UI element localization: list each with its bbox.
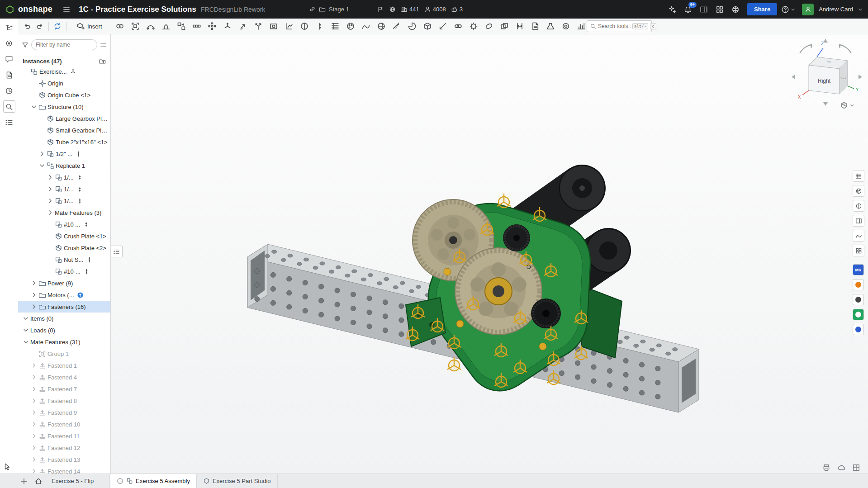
tree-row[interactable]: #10-... — [18, 265, 110, 277]
chevron-down-icon[interactable] — [23, 315, 29, 322]
tree-row[interactable]: Structure (10) — [18, 101, 110, 113]
tree-row[interactable]: Items (0) — [18, 313, 110, 324]
user-avatar[interactable] — [802, 4, 814, 15]
cursor-icon[interactable] — [3, 463, 11, 471]
redo-button[interactable] — [33, 20, 46, 33]
mate-connector-icon[interactable] — [70, 68, 76, 75]
blender-app-button[interactable] — [853, 279, 864, 290]
chevron-right-icon[interactable] — [31, 386, 37, 392]
gear-tool-button[interactable] — [467, 20, 480, 33]
tree-row[interactable]: Fasteners (16) — [18, 301, 110, 313]
tree-row[interactable]: Origin Cube <1> — [18, 89, 110, 101]
home-button[interactable] — [33, 475, 44, 487]
comments-button[interactable] — [3, 53, 15, 65]
mass-properties-tool-button[interactable] — [406, 20, 418, 33]
scene-button[interactable] — [852, 463, 861, 472]
view-options-menu[interactable] — [840, 101, 855, 109]
share-button[interactable]: Share — [747, 3, 777, 15]
chevron-right-icon[interactable] — [31, 398, 37, 404]
config-icon[interactable] — [86, 256, 93, 263]
tab-exercise-5-part-studio[interactable]: Exercise 5 Part Studio — [197, 474, 278, 488]
sheets-app-app-button[interactable] — [853, 309, 864, 320]
chevron-right-icon[interactable] — [31, 421, 37, 427]
linear-pattern-tool-button[interactable] — [190, 20, 203, 33]
stat-thumbs-up[interactable]: 3 — [451, 6, 463, 13]
graphics-viewport[interactable]: Right Top Back Z X Y MK — [111, 34, 868, 474]
list-view-icon[interactable] — [100, 42, 107, 48]
tab-exercise-5-flip[interactable]: Exercise 5 - Flip — [48, 474, 110, 488]
gears-app-app-button[interactable] — [853, 294, 864, 305]
tree-row[interactable]: Group 1 — [18, 348, 110, 360]
search-button[interactable] — [3, 100, 15, 113]
configurations-tool-button[interactable] — [313, 20, 326, 33]
filter-input[interactable] — [31, 39, 97, 50]
appearance-tool-button[interactable] — [344, 20, 357, 33]
tree-row[interactable]: Mate Features (31) — [18, 336, 110, 348]
explode-tool-button[interactable] — [252, 20, 265, 33]
tree-row[interactable]: 1/... — [18, 171, 110, 183]
filter-funnel-icon[interactable] — [22, 42, 28, 48]
chevron-right-icon[interactable] — [31, 433, 37, 439]
tree-row[interactable]: Power (9) — [18, 277, 110, 289]
tree-row[interactable]: Nut S... — [18, 254, 110, 265]
tree-row[interactable]: Crush Plate <2> — [18, 242, 110, 254]
stat-flag[interactable] — [377, 6, 384, 13]
mate-connector-tool-button[interactable] — [221, 20, 234, 33]
tree-row[interactable]: Mate Features (3) — [18, 207, 110, 218]
follow-mode-button[interactable] — [3, 37, 15, 49]
tree-row[interactable]: Fastened 4 — [18, 371, 110, 383]
help-button[interactable] — [781, 5, 796, 14]
structure-panel-toggle[interactable] — [111, 246, 123, 257]
chevron-right-icon[interactable] — [31, 362, 37, 369]
chevron-right-icon[interactable] — [31, 303, 37, 310]
frame-tool-button[interactable] — [421, 20, 434, 33]
tree-row[interactable]: Crush Plate <1> — [18, 230, 110, 242]
chevron-right-icon[interactable] — [47, 209, 53, 216]
weldment-tool-button[interactable] — [436, 20, 449, 33]
chevron-down-icon[interactable] — [31, 104, 37, 110]
stat-building[interactable]: 441 — [401, 6, 419, 13]
tree-row[interactable]: Loads (0) — [18, 324, 110, 336]
sparkle-button[interactable] — [666, 4, 678, 15]
cam-tool-button[interactable] — [483, 20, 495, 33]
chevron-down-icon[interactable] — [23, 327, 29, 333]
chevron-right-icon[interactable] — [47, 186, 53, 192]
cloud-button[interactable] — [837, 463, 846, 472]
chevron-right-icon[interactable] — [47, 198, 53, 204]
sync-button[interactable] — [51, 20, 64, 33]
tree-row[interactable]: Tube 2"x1"x16" <1> — [18, 136, 110, 148]
chevron-right-icon[interactable] — [31, 445, 37, 451]
chevron-right-icon[interactable] — [31, 280, 37, 286]
insert-button[interactable]: Insert — [72, 21, 106, 32]
onshape-logo[interactable]: onshape — [5, 5, 52, 14]
snap-mode-tool-button[interactable] — [160, 20, 172, 33]
analysis-tool-button[interactable] — [575, 20, 588, 33]
tree-row[interactable]: Small Gearbox Pla... — [18, 124, 110, 136]
group-tool-button[interactable] — [129, 20, 142, 33]
chevron-down-icon[interactable] — [857, 6, 863, 13]
stat-globe[interactable] — [389, 6, 396, 13]
tree-row[interactable]: 1/... — [18, 183, 110, 195]
columns-app-app-button[interactable] — [853, 324, 864, 335]
tree-row[interactable]: #10 ... — [18, 218, 110, 230]
material-tool-button[interactable] — [360, 20, 372, 33]
tree-row[interactable]: Motors (... — [18, 289, 110, 301]
structure-tree-button[interactable] — [3, 21, 15, 33]
view-cube[interactable]: Right Top Back Z X Y — [787, 37, 864, 109]
model-canvas[interactable] — [111, 34, 868, 474]
chevron-right-icon[interactable] — [31, 292, 37, 298]
new-tab-button[interactable] — [18, 475, 30, 487]
snapshot-tool-button[interactable] — [267, 20, 280, 33]
tree-row[interactable]: Exercise... — [18, 66, 110, 77]
interference-tool-button[interactable] — [498, 20, 511, 33]
tree-row[interactable]: Fastened 12 — [18, 442, 110, 454]
panels-button[interactable] — [698, 4, 710, 15]
notes-button[interactable] — [3, 69, 15, 81]
tree-row[interactable]: Fastened 1 — [18, 360, 110, 371]
tree-row[interactable]: 1/... — [18, 195, 110, 207]
belt-tool-button[interactable] — [452, 20, 465, 33]
undo-button[interactable] — [21, 20, 33, 33]
replicate-tool-button[interactable] — [175, 20, 188, 33]
tree-row[interactable]: Large Gearbox Pla... — [18, 113, 110, 124]
tree-row[interactable]: Fastened 11 — [18, 430, 110, 442]
